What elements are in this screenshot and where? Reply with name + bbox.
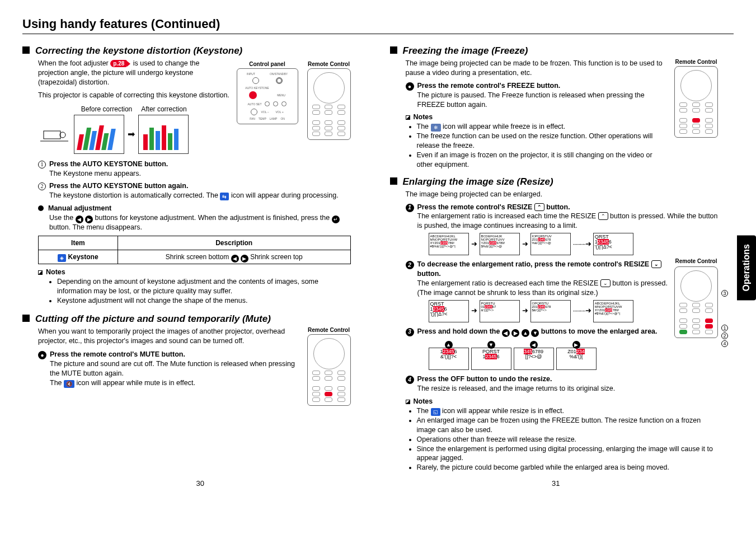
keystone-row-icon: ◈ — [58, 254, 66, 262]
resize-step1-body: The enlargement ratio is increased each … — [417, 212, 719, 231]
section-square-icon — [390, 46, 397, 54]
callout-2: 2 — [721, 332, 728, 339]
freeze-icon: ❄ — [431, 124, 441, 132]
freeze-button[interactable] — [692, 118, 700, 123]
resize-down-icon: ⌄ — [651, 260, 661, 268]
notes-icon — [406, 400, 410, 404]
notes-icon — [38, 270, 43, 275]
before-label: Before correction — [81, 105, 132, 114]
resize-note-3: Operations other than freeze will releas… — [417, 435, 719, 444]
off-button[interactable] — [679, 330, 687, 334]
remote-label-1: Remote Control — [307, 61, 351, 67]
control-panel-figure: INPUTON/STANDBY AUTO KEYSTONE MENU AUTO … — [237, 68, 298, 124]
freeze-step-body: The picture is paused. The Freeze functi… — [417, 91, 668, 110]
page-ref-badge: p.28 — [110, 60, 127, 67]
remote-label-3: Remote Control — [674, 59, 718, 65]
resize-note-5: Rarely, the picture could become garbled… — [417, 463, 719, 472]
freeze-note-1: The ❄ icon will appear while freeze is i… — [417, 122, 668, 132]
resize-note-2: An enlarged image can be frozen using th… — [417, 416, 719, 435]
keystone-intro-2: This projector is capable of correcting … — [38, 91, 230, 100]
keystone-intro-1: When the foot adjuster p.28 is used to c… — [38, 59, 230, 87]
section-square-icon — [22, 315, 30, 322]
operations-tab: Operations — [737, 235, 756, 300]
shrink-sequence: QRST123456'()∏∆?<➜ PQRSTU01234567&'()[]?… — [429, 300, 668, 322]
resize-step2-marker: 2 — [406, 261, 414, 269]
projector-icon — [38, 121, 71, 148]
resize-heading: Enlarging the image size (Resize) — [403, 176, 553, 188]
page-number-left: 30 — [196, 479, 204, 488]
remote-figure-1 — [307, 68, 351, 140]
resize-note-1: The ◱ icon will appear while resize is i… — [417, 406, 719, 416]
left-arrow-icon: ◀ — [76, 216, 83, 223]
keystone-note-2: Keystone adjustment will not change the … — [57, 296, 351, 306]
resize-note-4: Since the enlargement is performed using… — [417, 444, 719, 463]
enlarge-sequence: ABCDEFGHIJKLMNOPQRSTUVWXYZ012345789!#$%&… — [429, 233, 719, 255]
callout-1: 1 — [721, 325, 728, 331]
mute-step-body-a: The picture and sound are cut off. The M… — [50, 359, 300, 378]
resize-step2-body: The enlargement ratio is decreased each … — [417, 279, 668, 298]
resize-up-icon: ⌃ — [534, 203, 544, 211]
remote-figure-3 — [674, 66, 718, 138]
resize-intro: The image being projected can be enlarge… — [406, 190, 719, 199]
keystone-notes-head: Notes — [46, 268, 65, 276]
remote-figure-2 — [307, 334, 351, 406]
resize-up-button[interactable] — [705, 318, 713, 323]
resize-step3-marker: 3 — [406, 328, 414, 336]
mute-step-body-b: The 🔇 icon will appear while mute is in … — [50, 378, 300, 388]
svg-rect-0 — [44, 131, 60, 139]
remote-label-2: Remote Control — [307, 327, 351, 333]
keystone-processing-icon: ⇆ — [220, 193, 229, 200]
remote-label-4: Remote Control — [674, 257, 718, 265]
notes-icon — [406, 115, 410, 120]
freeze-note-3: Even if an image is frozen on the projec… — [417, 151, 668, 170]
resize-down-button[interactable] — [705, 324, 713, 329]
freeze-step: Press the remote control's FREEZE button… — [417, 81, 668, 91]
keystone-heading: Correcting the keystone distortion (Keys… — [35, 45, 242, 57]
freeze-step-marker: ● — [406, 82, 414, 91]
callout-3: 3 — [721, 290, 728, 297]
arrow-right-icon: ➡ — [128, 128, 135, 140]
freeze-notes-head: Notes — [414, 113, 433, 121]
resize-notes-head: Notes — [414, 397, 433, 405]
freeze-intro: The image being projected can be made to… — [406, 59, 668, 78]
keystone-table: ItemDescription ◈ Keystone Shrink screen… — [38, 236, 351, 264]
resize-step1-marker: 1 — [406, 204, 414, 212]
right-arrow-icon: ▶ — [85, 216, 93, 223]
mute-step-marker: ● — [38, 351, 46, 359]
mute-button[interactable] — [325, 392, 332, 396]
section-square-icon — [390, 177, 397, 185]
manual-adjust-head: Manual adjustment — [48, 204, 111, 212]
mute-intro: When you want to temporarily project the… — [38, 327, 300, 346]
after-correction-figure — [138, 115, 189, 154]
callout-4: 4 — [721, 340, 728, 347]
mute-step: Press the remote control's MUTE button. — [50, 350, 300, 359]
right-page: Freezing the image (Freeze) The image be… — [390, 42, 734, 472]
manual-adjust-body: Use the ◀ ▶ buttons for keystone adjustm… — [49, 213, 351, 232]
after-label: After correction — [141, 105, 186, 114]
resize-step4-marker: 4 — [406, 376, 414, 384]
resize-step4-body: The resize is released, and the image re… — [417, 384, 616, 394]
step-1-marker: 1 — [38, 161, 46, 168]
step-2-marker: 2 — [38, 182, 46, 190]
page-number-right: 31 — [552, 479, 560, 488]
mute-icon: 🔇 — [64, 380, 74, 388]
keystone-step2-body: The keystone distortion is automatically… — [49, 191, 351, 200]
section-square-icon — [22, 46, 30, 54]
resize-step3: Press and hold down the ◀ ▶ ▲ ▼ buttons … — [417, 327, 658, 336]
page-title: Using handy features (Continued) — [22, 17, 734, 34]
resize-step4: Press the OFF button to undo the resize. — [417, 374, 616, 384]
resize-icon: ◱ — [431, 408, 440, 416]
return-icon: ↵ — [332, 216, 340, 223]
freeze-heading: Freezing the image (Freeze) — [403, 45, 528, 57]
auto-keystone-button[interactable] — [249, 91, 257, 99]
keystone-step1: Press the AUTO KEYSTONE button. — [49, 160, 168, 168]
left-page: Correcting the keystone distortion (Keys… — [22, 42, 351, 472]
resize-step2: To decrease the enlargement ratio, press… — [417, 260, 668, 279]
freeze-note-2: The freeze function can be used on the r… — [417, 132, 668, 151]
keystone-note-1: Depending on the amount of keystone adju… — [57, 277, 351, 296]
control-panel-label: Control panel — [237, 61, 298, 67]
move-sequence: ▲123456&'()[]?< ▼PQRST123456 ◀3456789[]?… — [429, 339, 658, 371]
keystone-step2: Press the AUTO KEYSTONE button again. — [49, 182, 188, 190]
resize-step1: Press the remote control's RESIZE ⌃ butt… — [417, 203, 719, 212]
keystone-step1-body: The Keystone menu appears. — [49, 169, 351, 179]
